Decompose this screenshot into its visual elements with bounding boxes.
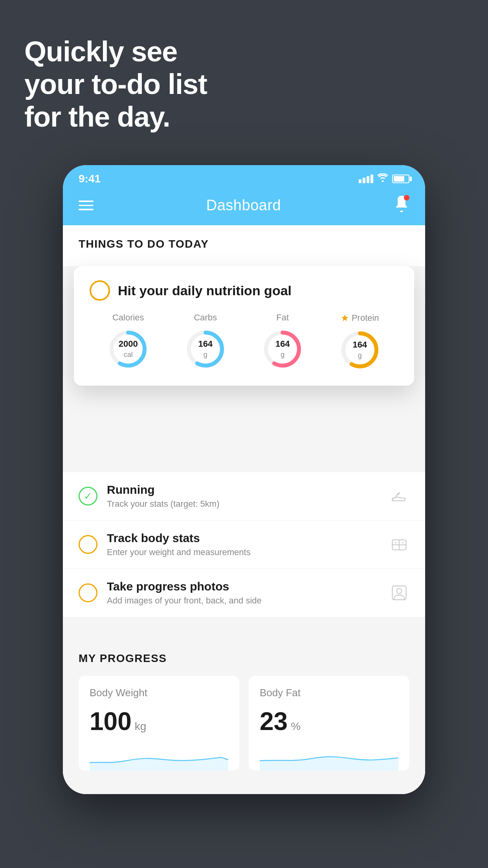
things-header: THINGS TO DO TODAY (63, 225, 425, 260)
photos-subtitle: Add images of your front, back, and side (107, 596, 380, 606)
protein-donut: 164g (338, 328, 382, 371)
nutrition-goal-title: Hit your daily nutrition goal (118, 283, 292, 298)
nutrition-calories: Calories 2000cal (106, 313, 150, 371)
nutrition-protein: ★ Protein 164g (338, 313, 382, 371)
svg-point-12 (402, 542, 404, 544)
notification-button[interactable] (394, 195, 409, 216)
card-header: Hit your daily nutrition goal (90, 280, 398, 301)
things-title: THINGS TO DO TODAY (79, 238, 409, 250)
protein-label: ★ Protein (341, 313, 379, 324)
photos-content: Take progress photos Add images of your … (107, 580, 380, 606)
body-weight-value: 100 kg (90, 707, 228, 736)
body-stats-title: Track body stats (107, 531, 380, 545)
carbs-donut: 164g (184, 327, 227, 371)
svg-point-14 (397, 588, 402, 594)
content-area: THINGS TO DO TODAY Hit your daily nutrit… (63, 225, 425, 794)
notification-badge (404, 195, 409, 200)
running-subtitle: Track your stats (target: 5km) (107, 499, 380, 509)
status-icons (359, 173, 409, 184)
svg-point-11 (395, 542, 396, 544)
wifi-icon (377, 173, 388, 184)
nutrition-card: Hit your daily nutrition goal Calories (74, 266, 414, 386)
headline-line3: for the day. (24, 101, 207, 133)
body-fat-chart (260, 747, 398, 771)
body-fat-card[interactable]: Body Fat 23 % (249, 676, 409, 771)
nav-bar: Dashboard (63, 189, 425, 225)
headline-line2: your to-do list (24, 68, 207, 101)
body-weight-chart (90, 747, 228, 771)
body-fat-card-title: Body Fat (260, 687, 398, 699)
portrait-icon (389, 583, 409, 603)
star-icon: ★ (341, 313, 349, 324)
scale-icon (389, 534, 409, 555)
fat-donut: 164g (261, 327, 304, 371)
running-content: Running Track your stats (target: 5km) (107, 483, 380, 509)
progress-title: MY PROGRESS (79, 652, 409, 665)
bell-icon (394, 198, 409, 215)
todo-list: ✓ Running Track your stats (target: 5km) (63, 472, 425, 617)
body-fat-value: 23 % (260, 707, 398, 736)
headline: Quickly see your to-do list for the day. (24, 35, 207, 133)
nutrition-fat: Fat 164g (261, 313, 304, 371)
status-bar: 9:41 (63, 165, 425, 189)
phone-mockup: 9:41 Dashboard (63, 165, 425, 794)
status-time: 9:41 (79, 173, 101, 185)
hamburger-menu-button[interactable] (79, 200, 94, 210)
body-stats-subtitle: Enter your weight and measurements (107, 547, 380, 557)
todo-item-photos[interactable]: Take progress photos Add images of your … (63, 569, 425, 617)
nutrition-row: Calories 2000cal Carbs (90, 313, 398, 371)
photos-title: Take progress photos (107, 580, 380, 593)
calories-label: Calories (112, 313, 144, 323)
body-stats-content: Track body stats Enter your weight and m… (107, 531, 380, 557)
running-circle: ✓ (79, 487, 97, 506)
calories-donut: 2000cal (106, 327, 150, 371)
carbs-label: Carbs (194, 313, 217, 323)
progress-section: MY PROGRESS Body Weight 100 kg (63, 636, 425, 771)
battery-icon (392, 175, 409, 183)
body-weight-number: 100 (90, 707, 132, 736)
signal-icon (359, 175, 373, 183)
progress-cards: Body Weight 100 kg Body Fat (79, 676, 409, 771)
todo-item-body-stats[interactable]: Track body stats Enter your weight and m… (63, 520, 425, 569)
todo-item-running[interactable]: ✓ Running Track your stats (target: 5km) (63, 472, 425, 520)
body-weight-unit: kg (135, 720, 147, 733)
nutrition-goal-circle[interactable] (90, 280, 110, 301)
fat-label: Fat (276, 313, 289, 323)
body-weight-card-title: Body Weight (90, 687, 228, 699)
nutrition-carbs: Carbs 164g (184, 313, 227, 371)
body-fat-number: 23 (260, 707, 288, 736)
body-stats-circle (79, 535, 97, 554)
running-title: Running (107, 483, 380, 497)
nav-title: Dashboard (206, 197, 281, 214)
body-fat-unit: % (291, 720, 301, 733)
body-weight-card[interactable]: Body Weight 100 kg (79, 676, 239, 771)
headline-line1: Quickly see (24, 35, 207, 68)
shoe-icon (389, 486, 409, 506)
photos-circle (79, 583, 97, 602)
